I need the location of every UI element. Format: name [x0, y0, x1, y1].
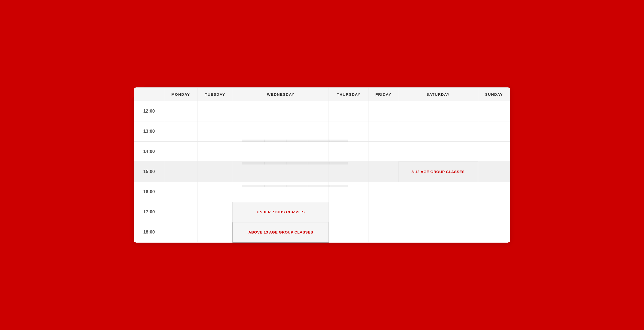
header-tuesday: TUESDAY	[197, 88, 233, 101]
cell-sat-1800	[398, 222, 478, 242]
cell-thu-1200	[329, 101, 369, 121]
header-friday: FRIDAY	[369, 88, 398, 101]
cell-sun-1400	[478, 142, 510, 162]
cell-fri-1800	[369, 222, 398, 242]
cell-thu-1500	[329, 162, 369, 182]
cell-thu-1300	[329, 121, 369, 142]
header-row: MONDAY TUESDAY WEDNESDAY THURSDAY FRIDAY…	[134, 88, 510, 101]
cell-thu-1600	[329, 182, 369, 202]
cell-thu-1400	[329, 142, 369, 162]
header-saturday: SATURDAY	[398, 88, 478, 101]
cell-mon-1600	[164, 182, 197, 202]
row-1200: 12:00	[134, 101, 510, 121]
outer-container: GAN PERFORMANCE GAN PERFORMANCE ————————…	[131, 84, 513, 246]
cell-mon-1200	[164, 101, 197, 121]
row-1400: 14:00	[134, 142, 510, 162]
cell-mon-1700	[164, 202, 197, 222]
cell-tue-1500	[197, 162, 233, 182]
cell-sat-1700	[398, 202, 478, 222]
row-1600: 16:00	[134, 182, 510, 202]
kids-class-label: UNDER 7 KIDS CLASSES	[257, 210, 305, 215]
cell-fri-1200	[369, 101, 398, 121]
cell-thu-1700	[329, 202, 369, 222]
header-wednesday: WEDNESDAY	[233, 88, 329, 101]
cell-sat-1200	[398, 101, 478, 121]
header-thursday: THURSDAY	[329, 88, 369, 101]
header-time	[134, 88, 164, 101]
cell-wed-1700[interactable]: UNDER 7 KIDS CLASSES	[233, 202, 329, 222]
row-1500: 15:00 8-12 AGE GROUP CLASSES	[134, 162, 510, 182]
cell-sun-1700	[478, 202, 510, 222]
row-1700: 17:00 UNDER 7 KIDS CLASSES	[134, 202, 510, 222]
cell-mon-1300	[164, 121, 197, 142]
cell-sun-1800	[478, 222, 510, 242]
time-1400: 14:00	[134, 142, 164, 162]
cell-mon-1800	[164, 222, 197, 242]
cell-fri-1700	[369, 202, 398, 222]
row-1300: 13:00	[134, 121, 510, 142]
cell-thu-1800	[329, 222, 369, 242]
cell-tue-1400	[197, 142, 233, 162]
age812-class-label: 8-12 AGE GROUP CLASSES	[412, 169, 465, 174]
cell-mon-1500	[164, 162, 197, 182]
cell-tue-1300	[197, 121, 233, 142]
cell-sun-1300	[478, 121, 510, 142]
cell-wed-1500	[233, 162, 329, 182]
cell-wed-1400	[233, 142, 329, 162]
cell-sun-1600	[478, 182, 510, 202]
cell-wed-1800[interactable]: ABOVE 13 AGE GROUP CLASSES	[233, 222, 329, 242]
above13-class-label: ABOVE 13 AGE GROUP CLASSES	[248, 230, 313, 235]
header-monday: MONDAY	[164, 88, 197, 101]
schedule-container: —————————— —————————— —————————— MONDAY …	[134, 87, 510, 243]
cell-tue-1700	[197, 202, 233, 222]
cell-tue-1200	[197, 101, 233, 121]
time-1300: 13:00	[134, 121, 164, 142]
time-1700: 17:00	[134, 202, 164, 222]
cell-wed-1300	[233, 121, 329, 142]
time-1500: 15:00	[134, 162, 164, 182]
cell-fri-1300	[369, 121, 398, 142]
cell-sun-1200	[478, 101, 510, 121]
cell-wed-1200	[233, 101, 329, 121]
cell-wed-1600	[233, 182, 329, 202]
cell-sat-1600	[398, 182, 478, 202]
cell-mon-1400	[164, 142, 197, 162]
time-1600: 16:00	[134, 182, 164, 202]
row-1800: 18:00 ABOVE 13 AGE GROUP CLASSES	[134, 222, 510, 242]
age812-class-inner: 8-12 AGE GROUP CLASSES	[398, 162, 478, 182]
cell-sat-1400	[398, 142, 478, 162]
cell-tue-1800	[197, 222, 233, 242]
kids-class-inner: UNDER 7 KIDS CLASSES	[233, 202, 328, 222]
cell-fri-1500	[369, 162, 398, 182]
table-wrapper: —————————— —————————— —————————— MONDAY …	[134, 87, 510, 243]
cell-sat-1500[interactable]: 8-12 AGE GROUP CLASSES	[398, 162, 478, 182]
cell-sat-1300	[398, 121, 478, 142]
schedule-table: MONDAY TUESDAY WEDNESDAY THURSDAY FRIDAY…	[134, 87, 510, 243]
time-1200: 12:00	[134, 101, 164, 121]
cell-fri-1600	[369, 182, 398, 202]
cell-tue-1600	[197, 182, 233, 202]
time-1800: 18:00	[134, 222, 164, 242]
cell-fri-1400	[369, 142, 398, 162]
above13-class-inner: ABOVE 13 AGE GROUP CLASSES	[233, 222, 328, 242]
header-sunday: SUNDAY	[478, 88, 510, 101]
cell-sun-1500	[478, 162, 510, 182]
